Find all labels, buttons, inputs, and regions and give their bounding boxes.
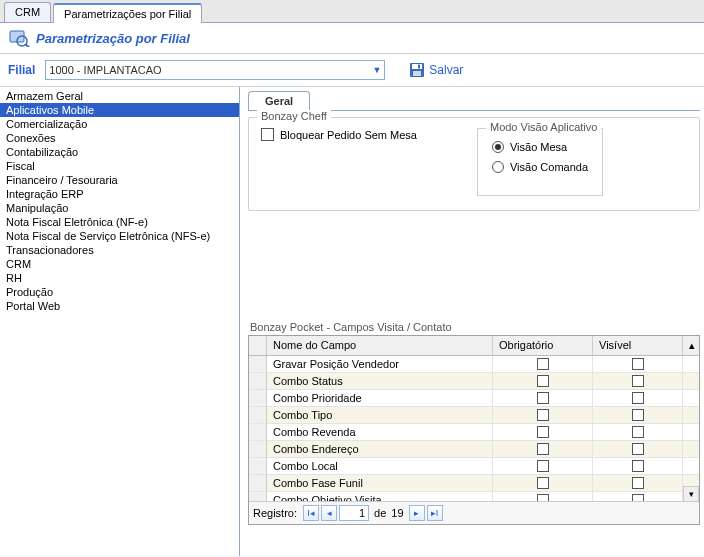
table-row[interactable]: Combo Local [249,458,699,475]
row-selector[interactable] [249,390,267,407]
svg-line-2 [26,45,30,48]
top-tabs: CRM Parametrizações por Filial [0,0,704,23]
page-title: Parametrização por Filial [36,31,190,46]
scroll-gutter [683,390,699,407]
checkbox-icon [537,477,549,489]
cell-visivel[interactable] [593,424,683,441]
grid-body: Gravar Posição VendedorCombo StatusCombo… [249,356,699,501]
cell-obrigatorio[interactable] [493,458,593,475]
radio-option[interactable]: Visão Mesa [492,141,588,153]
cell-visivel[interactable] [593,492,683,501]
tab-crm[interactable]: CRM [4,2,51,22]
tab-parametrizacoes[interactable]: Parametrizações por Filial [53,3,202,23]
nav-prev-button[interactable]: ◂ [321,505,337,521]
sidebar[interactable]: Armazem GeralAplicativos MobileComercial… [0,87,240,556]
nav-first-button[interactable]: I◂ [303,505,319,521]
row-selector[interactable] [249,407,267,424]
table-row[interactable]: Combo Objetivo Visita [249,492,699,501]
svg-rect-6 [418,65,420,69]
title-bar: Parametrização por Filial [0,23,704,54]
content-tabs: Geral [248,91,700,111]
row-selector[interactable] [249,424,267,441]
table-row[interactable]: Combo Revenda [249,424,699,441]
chevron-down-icon: ▼ [372,65,381,75]
checkbox-icon [537,426,549,438]
tab-geral[interactable]: Geral [248,91,310,110]
checkbox-icon [632,392,644,404]
sidebar-item[interactable]: Produção [0,285,239,299]
cell-nome: Combo Status [267,373,493,390]
checkbox-icon [537,443,549,455]
radio-icon [492,141,504,153]
sidebar-item[interactable]: Armazem Geral [0,89,239,103]
sidebar-item[interactable]: Financeiro / Tesouraria [0,173,239,187]
cell-obrigatorio[interactable] [493,390,593,407]
save-button[interactable]: Salvar [409,62,463,78]
table-row[interactable]: Combo Tipo [249,407,699,424]
cell-obrigatorio[interactable] [493,373,593,390]
scroll-down-icon[interactable]: ▾ [683,486,699,502]
scroll-up-icon[interactable]: ▴ [683,336,699,355]
sidebar-item[interactable]: Contabilização [0,145,239,159]
cell-visivel[interactable] [593,441,683,458]
nav-current-input[interactable] [339,505,369,521]
scroll-gutter [683,356,699,373]
grid-header-obrigatorio[interactable]: Obrigatório [493,336,593,355]
sidebar-item[interactable]: Nota Fiscal de Serviço Eletrônica (NFS-e… [0,229,239,243]
table-row[interactable]: Combo Status [249,373,699,390]
cell-obrigatorio[interactable] [493,441,593,458]
cell-visivel[interactable] [593,407,683,424]
grid-section-title: Bonzay Pocket - Campos Visita / Contato [250,321,700,333]
group-title: Bonzay Cheff [257,110,331,122]
sidebar-item[interactable]: Manipulação [0,201,239,215]
cell-obrigatorio[interactable] [493,475,593,492]
table-row[interactable]: Combo Fase Funil [249,475,699,492]
sidebar-item[interactable]: Aplicativos Mobile [0,103,239,117]
checkbox-icon [632,460,644,472]
cell-obrigatorio[interactable] [493,356,593,373]
sidebar-item[interactable]: Conexões [0,131,239,145]
cell-visivel[interactable] [593,356,683,373]
row-selector[interactable] [249,458,267,475]
sidebar-item[interactable]: Transacionadores [0,243,239,257]
cell-visivel[interactable] [593,390,683,407]
radio-icon [492,161,504,173]
table-row[interactable]: Combo Endereço [249,441,699,458]
row-selector[interactable] [249,492,267,501]
group-bonzay-cheff: Bonzay Cheff Bloquear Pedido Sem Mesa Mo… [248,117,700,211]
checkbox-icon [537,375,549,387]
sidebar-item[interactable]: Fiscal [0,159,239,173]
nav-next-button[interactable]: ▸ [409,505,425,521]
checkbox-bloquear-pedido[interactable]: Bloquear Pedido Sem Mesa [261,128,417,141]
cell-obrigatorio[interactable] [493,424,593,441]
radio-option[interactable]: Visão Comanda [492,161,588,173]
grid-header-visivel[interactable]: Visível [593,336,683,355]
row-selector[interactable] [249,441,267,458]
checkbox-icon [632,443,644,455]
checkbox-icon [632,426,644,438]
cell-obrigatorio[interactable] [493,492,593,501]
row-selector[interactable] [249,356,267,373]
sidebar-item[interactable]: Integração ERP [0,187,239,201]
sidebar-item[interactable]: Portal Web [0,299,239,313]
filial-select[interactable]: 1000 - IMPLANTACAO ▼ [45,60,385,80]
row-selector[interactable] [249,373,267,390]
grid-header: Nome do Campo Obrigatório Visível ▴ [249,336,699,356]
row-selector[interactable] [249,475,267,492]
sidebar-item[interactable]: Nota Fiscal Eletrônica (NF-e) [0,215,239,229]
table-row[interactable]: Combo Prioridade [249,390,699,407]
grid-header-nome[interactable]: Nome do Campo [267,336,493,355]
radio-label: Visão Comanda [510,161,588,173]
grid: Nome do Campo Obrigatório Visível ▴ Grav… [248,335,700,525]
cell-visivel[interactable] [593,475,683,492]
sidebar-item[interactable]: Comercialização [0,117,239,131]
checkbox-icon [537,392,549,404]
nav-last-button[interactable]: ▸I [427,505,443,521]
cell-visivel[interactable] [593,373,683,390]
sidebar-item[interactable]: CRM [0,257,239,271]
table-row[interactable]: Gravar Posição Vendedor [249,356,699,373]
sidebar-item[interactable]: RH [0,271,239,285]
grid-header-selector[interactable] [249,336,267,355]
cell-obrigatorio[interactable] [493,407,593,424]
cell-visivel[interactable] [593,458,683,475]
